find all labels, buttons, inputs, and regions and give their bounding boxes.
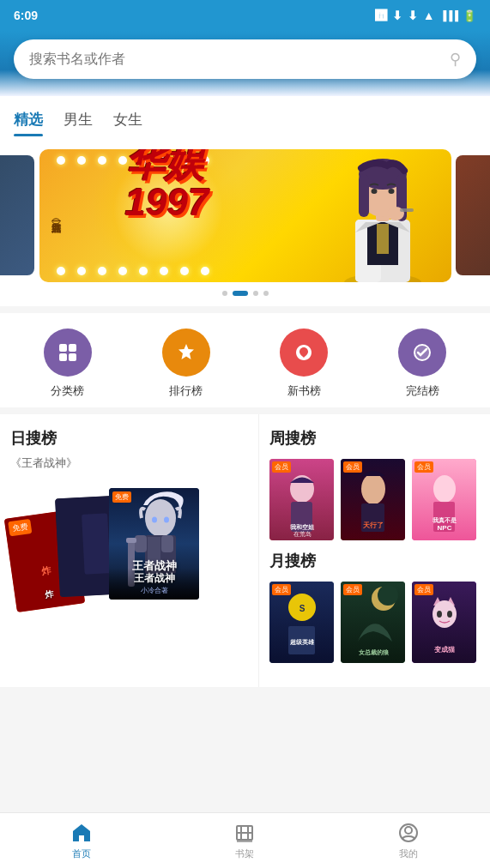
daily-search-title: 日搜榜 [10,428,248,449]
svg-text:天行了: 天行了 [362,521,384,529]
tab-male[interactable]: 男生 [64,110,93,136]
book-1-badge: 免费 [8,519,32,536]
weekly-book-1[interactable]: 会员 我和空姐 在荒岛 [269,459,334,540]
banner-right-peek [456,155,490,275]
monthly-title: 月搜榜 [269,551,480,571]
daily-top-book: 《王者战神》 [10,455,248,471]
wb1-badge: 会员 [272,461,291,473]
bottom-nav: 首页 书架 我的 [0,812,490,868]
status-bar: 6:09 🅰 ⬇ ⬇ ▲ ▐▐▐ 🔋 [0,0,490,31]
svg-point-45 [433,475,456,503]
book-3-badge: 免费 [112,491,131,503]
category-rank[interactable]: 排行榜 [162,329,210,399]
svg-rect-10 [359,174,369,217]
wifi-icon: ▲ [423,9,435,22]
categories-section: 分类榜 排行榜 新书榜 完结榜 [0,313,490,407]
banner-container: 胖一点（完结） 华娱 1997 [0,136,490,306]
category-classify[interactable]: 分类榜 [44,329,92,399]
tabs-bar: 精选 男生 女生 [0,96,490,136]
mb2-badge: 会员 [343,584,362,595]
dot-4 [263,291,269,296]
wb2-badge: 会员 [343,461,362,473]
weekly-book-2[interactable]: 会员 天行了 [341,459,405,540]
daily-search-panel: 日搜榜 《王者战神》 免费 炸 炸 免费 [0,414,258,687]
nav-profile-label: 我的 [399,847,418,860]
svg-text:NPC: NPC [438,524,452,532]
banner-title: 华娱 [125,149,209,184]
svg-point-56 [378,585,398,606]
svg-point-31 [152,517,157,523]
svg-point-61 [433,600,457,628]
book-3-title: 王者战神 小冷合著 [109,568,199,600]
dot-3 [253,291,258,296]
svg-text:我真不是: 我真不是 [432,516,457,524]
svg-point-26 [145,499,176,537]
weekly-book-3[interactable]: 会员 我真不是 NPC [412,459,476,540]
svg-rect-15 [400,208,414,212]
download2-icon: ⬇ [408,9,418,22]
svg-text:超级英雄: 超级英雄 [290,638,315,645]
category-new[interactable]: 新书榜 [280,329,328,399]
svg-point-63 [447,611,452,618]
svg-rect-34 [126,538,136,543]
new-icon [280,329,328,377]
svg-point-72 [405,827,412,834]
monthly-book-3[interactable]: 会员 变成猫 [412,582,476,663]
svg-point-13 [388,189,394,194]
monthly-book-2[interactable]: 会员 女总裁的狼 [341,582,405,663]
weekly-title: 周搜榜 [269,428,480,449]
svg-text:我和空姐: 我和空姐 [289,523,315,531]
shelf-icon [233,821,257,845]
nav-shelf-label: 书架 [235,847,254,860]
svg-point-12 [371,189,377,194]
notification-icon: 🅰 [375,9,387,22]
classify-label: 分类榜 [51,383,84,399]
nav-home[interactable]: 首页 [70,821,94,860]
search-icon: ⚲ [450,50,461,69]
monthly-book-1[interactable]: 会员 S 超级英雄 [269,582,334,663]
svg-point-41 [361,473,385,504]
svg-rect-18 [59,353,67,361]
nav-shelf[interactable]: 书架 [233,821,257,860]
right-searches-panel: 周搜榜 会员 我和空姐 在荒岛 [258,414,490,687]
search-input[interactable] [29,51,441,67]
book-3-main[interactable]: 免费 [109,488,199,600]
nav-home-label: 首页 [72,847,91,860]
status-time: 6:09 [14,9,38,22]
svg-rect-29 [135,535,147,552]
banner-year: 1997 [125,181,209,224]
nav-profile[interactable]: 我的 [396,821,420,860]
banner-left-peek [0,155,34,275]
rank-label: 排行榜 [169,383,203,399]
weekly-books-row: 会员 我和空姐 在荒岛 [269,459,480,540]
svg-text:S: S [299,604,305,613]
profile-icon [396,821,420,845]
dot-2 [233,291,248,296]
mb3-badge: 会员 [414,584,433,595]
svg-rect-28 [148,537,160,574]
complete-icon [398,329,446,377]
banner-main[interactable]: 胖一点（完结） 华娱 1997 [39,149,451,282]
classify-icon [44,329,92,377]
tab-female[interactable]: 女生 [113,110,142,136]
svg-rect-4 [377,224,389,254]
svg-text:女总裁的狼: 女总裁的狼 [358,648,390,655]
new-label: 新书榜 [287,383,321,399]
dot-1 [222,291,227,296]
signal-icon: ▐▐▐ [440,10,457,21]
svg-rect-16 [59,344,67,352]
banner-dots [0,284,490,299]
svg-text:变成猫: 变成猫 [434,645,456,654]
category-complete[interactable]: 完结榜 [398,329,446,399]
svg-point-62 [437,611,442,618]
search-bar[interactable]: ⚲ [14,39,476,79]
monthly-books-row: 会员 S 超级英雄 会员 [269,582,480,663]
mb1-badge: 会员 [272,584,291,595]
svg-rect-30 [161,535,173,552]
complete-label: 完结榜 [406,383,439,399]
content-section: 日搜榜 《王者战神》 免费 炸 炸 免费 [0,414,490,687]
tab-featured[interactable]: 精选 [14,110,43,136]
banner-wrapper[interactable]: 胖一点（完结） 华娱 1997 [0,147,490,284]
banner-title-area: 华娱 1997 [125,149,209,224]
svg-point-32 [164,517,169,523]
